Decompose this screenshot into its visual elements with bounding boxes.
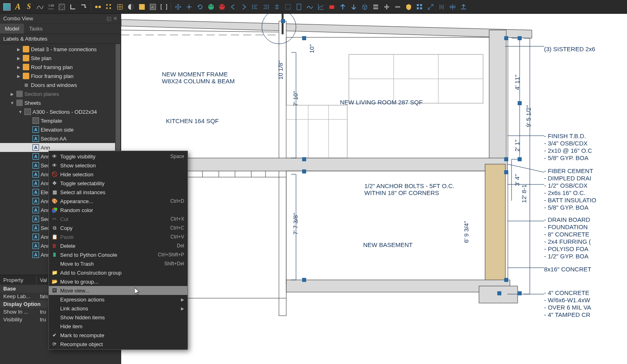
page-icon[interactable] bbox=[294, 2, 304, 12]
cm-move-group[interactable]: 📂Move to group... bbox=[49, 277, 187, 286]
dim-12-8: 12' 8-1 bbox=[520, 184, 527, 203]
svg-rect-19 bbox=[329, 5, 334, 9]
bracket-icon[interactable] bbox=[159, 2, 169, 12]
shield-icon[interactable] bbox=[403, 2, 414, 12]
prop-header-property[interactable]: Property bbox=[0, 275, 37, 285]
tag-icon[interactable]: A bbox=[148, 2, 158, 12]
label-basement: NEW BASEMENT bbox=[363, 241, 413, 248]
tree-item-floor[interactable]: ▶Floor framing plan bbox=[0, 72, 121, 80]
dim-2-1: 2' 1" bbox=[514, 140, 520, 152]
mirror-v-icon[interactable] bbox=[447, 2, 458, 12]
context-menu: 👁Toggle visibilitySpace 👁Show selection … bbox=[48, 151, 188, 350]
note-block-2: - FIBER CEMENT- DIMPLED DRAI- 1/2" OSB/C… bbox=[544, 167, 596, 211]
svg-text:A: A bbox=[151, 5, 154, 9]
lattice-icon[interactable] bbox=[115, 2, 125, 12]
tree-item-elev-side[interactable]: AElevation side bbox=[0, 125, 121, 134]
cm-select-all[interactable]: ▦Select all instances bbox=[49, 188, 187, 197]
cm-appearance[interactable]: 🎨Appearance...Ctrl+D bbox=[49, 197, 187, 206]
tree-item-a300[interactable]: ▼A300 - Sections - OD22x34 bbox=[0, 107, 121, 116]
bad-icon[interactable] bbox=[217, 2, 227, 12]
cm-delete[interactable]: 🗑DeleteDel bbox=[49, 241, 187, 250]
cm-hide-item[interactable]: Hide item bbox=[49, 322, 187, 331]
dim-4-11: 4' 11" bbox=[514, 75, 520, 90]
cm-python[interactable]: Send to Python ConsoleCtrl+Shift+P bbox=[49, 250, 187, 259]
dim-icon[interactable]: 1.00 bbox=[46, 2, 56, 12]
navright-icon[interactable] bbox=[239, 2, 249, 12]
drawing-canvas[interactable]: NEW MOMENT FRAMEW8X24 COLUMN & BEAM KITC… bbox=[121, 14, 627, 364]
plus-icon[interactable] bbox=[381, 2, 392, 12]
cm-move-view[interactable]: 🖼Move view... bbox=[49, 286, 187, 295]
cm-paste[interactable]: 📋PasteCtrl+V bbox=[49, 232, 187, 241]
cm-link-actions[interactable]: Link actions▶ bbox=[49, 304, 187, 313]
tree-item-detail3[interactable]: ▶Detail 3 - frame connections bbox=[0, 45, 121, 54]
cm-toggle-selectability[interactable]: ✥Toggle selectability bbox=[49, 179, 187, 188]
tab-model[interactable]: Model bbox=[0, 24, 24, 34]
grid-blue-icon[interactable] bbox=[414, 2, 425, 12]
cm-cut[interactable]: ✂CutCtrl+X bbox=[49, 214, 187, 223]
svg-point-40 bbox=[52, 210, 55, 213]
yellow-grid-icon[interactable] bbox=[104, 2, 114, 12]
text-A-icon[interactable]: A bbox=[13, 2, 23, 12]
mirror-h-icon[interactable] bbox=[436, 2, 447, 12]
note-block-5: - 4" CONCRETE- W/6x6-W1.4xW- OVER 6 MIL … bbox=[544, 289, 591, 318]
tree-item-section-planes[interactable]: ▶Section planes bbox=[0, 89, 121, 98]
diag-icon[interactable] bbox=[425, 2, 436, 12]
align-r-icon[interactable] bbox=[261, 2, 271, 12]
hatch-icon[interactable] bbox=[57, 2, 67, 12]
move-icon[interactable] bbox=[173, 2, 183, 12]
tree-item-template[interactable]: Template bbox=[0, 116, 121, 125]
navleft-icon[interactable] bbox=[228, 2, 238, 12]
calc-icon[interactable] bbox=[137, 2, 147, 12]
svg-point-4 bbox=[106, 7, 108, 9]
note-block-1: - FINISH T.B.D.- 3/4" OSB/CDX- 2x10 @ 16… bbox=[544, 132, 592, 162]
tree-item-doors[interactable]: ⊞Doors and windows bbox=[0, 80, 121, 89]
chart-icon[interactable] bbox=[316, 2, 326, 12]
tree-item-section-aa[interactable]: ASection AA bbox=[0, 134, 121, 143]
note-8x16: 8x16" CONCRET bbox=[544, 266, 591, 273]
tree-item-sheets[interactable]: ▼Sheets bbox=[0, 98, 121, 107]
refresh-icon[interactable] bbox=[195, 2, 205, 12]
panel-controls[interactable]: ◱ ✕ bbox=[107, 15, 118, 22]
cm-random-color[interactable]: Random color bbox=[49, 206, 187, 214]
up-icon[interactable] bbox=[337, 2, 348, 12]
cm-add-construction[interactable]: 📁Add to Construction group bbox=[49, 268, 187, 277]
cm-trash[interactable]: Move to TrashShift+Del bbox=[49, 259, 187, 268]
yellow-dots-icon[interactable] bbox=[93, 2, 103, 12]
snap-move-icon[interactable] bbox=[184, 2, 194, 12]
dim-7-10: 7' 10" bbox=[292, 91, 299, 106]
l-icon[interactable] bbox=[67, 2, 78, 12]
cm-show-selection[interactable]: 👁Show selection bbox=[49, 161, 187, 170]
svg-point-15 bbox=[220, 5, 221, 6]
sel-rect-icon[interactable] bbox=[283, 2, 293, 12]
cm-toggle-visibility[interactable]: 👁Toggle visibilitySpace bbox=[49, 152, 187, 161]
record-icon[interactable] bbox=[327, 2, 337, 12]
center-v-icon[interactable] bbox=[272, 2, 282, 12]
contrast-icon[interactable] bbox=[126, 2, 136, 12]
cm-copy[interactable]: ⧉CopyCtrl+C bbox=[49, 223, 187, 232]
spline-icon[interactable] bbox=[35, 2, 45, 12]
svg-rect-29 bbox=[489, 30, 506, 160]
shape-S-icon[interactable]: S bbox=[24, 2, 34, 12]
stack-icon[interactable] bbox=[370, 2, 381, 12]
minus-icon[interactable] bbox=[392, 2, 403, 12]
box3d-icon[interactable] bbox=[359, 2, 370, 12]
cm-hide-selection[interactable]: 🚫Hide selection bbox=[49, 170, 187, 179]
cm-recompute[interactable]: ⟳Recompute object bbox=[49, 340, 187, 349]
tab-tasks[interactable]: Tasks bbox=[24, 24, 47, 34]
tree-item-siteplan[interactable]: ▶Site plan bbox=[0, 54, 121, 63]
dim-10-18: 10 1/8" bbox=[277, 61, 284, 80]
svg-point-16 bbox=[223, 5, 224, 6]
cm-mark-recompute[interactable]: ✔Mark to recompute bbox=[49, 331, 187, 340]
wave-icon[interactable] bbox=[305, 2, 315, 12]
b-icon[interactable] bbox=[78, 2, 89, 12]
good-icon[interactable] bbox=[206, 2, 216, 12]
svg-rect-23 bbox=[420, 4, 422, 6]
dim-10: 10" bbox=[308, 44, 315, 53]
image-icon[interactable] bbox=[2, 2, 12, 12]
align-l-icon[interactable] bbox=[250, 2, 260, 12]
down-icon[interactable] bbox=[348, 2, 359, 12]
upload-icon[interactable] bbox=[458, 2, 469, 12]
cm-expression-actions[interactable]: Expression actions▶ bbox=[49, 295, 187, 304]
tree-item-roof[interactable]: ▶Roof framing plan bbox=[0, 63, 121, 72]
cm-show-hidden[interactable]: Show hidden items bbox=[49, 313, 187, 322]
